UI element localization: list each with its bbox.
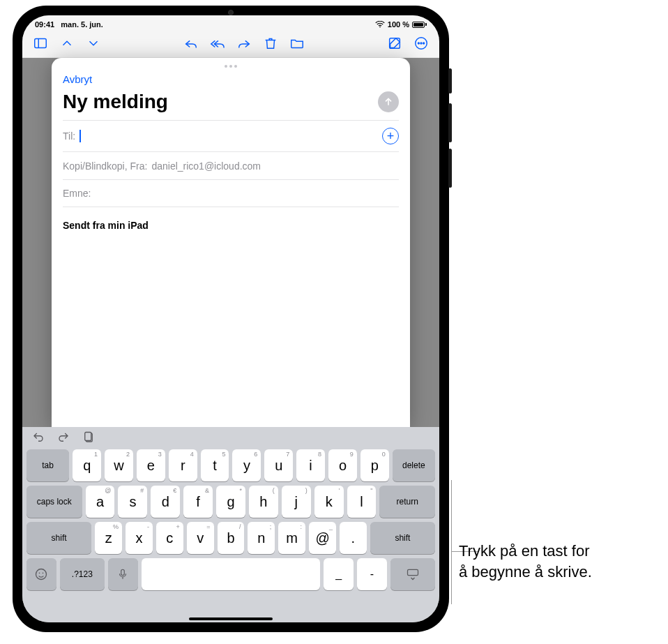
key-at[interactable]: _@ xyxy=(309,522,336,554)
forward-icon[interactable] xyxy=(236,35,252,52)
chevron-up-icon[interactable] xyxy=(59,35,75,52)
cc-bcc-from-field[interactable]: Kopi/Blindkopi, Fra: daniel_rico1@icloud… xyxy=(63,151,399,179)
key-u[interactable]: 7u xyxy=(264,449,293,481)
undo-icon[interactable] xyxy=(32,431,45,447)
compose-icon[interactable] xyxy=(386,35,403,52)
key-b[interactable]: /b xyxy=(218,522,245,554)
mail-toolbar xyxy=(22,31,439,58)
key-shift-left[interactable]: shift xyxy=(26,522,91,554)
to-label: Til: xyxy=(63,130,75,142)
onscreen-keyboard: tab 1q 2w 3e 4r 5t 6y 7u 8i 9o 0p delete xyxy=(22,427,439,622)
key-i[interactable]: 8i xyxy=(296,449,325,481)
key-w[interactable]: 2w xyxy=(105,449,133,481)
keyboard-row-1: tab 1q 2w 3e 4r 5t 6y 7u 8i 9o 0p delete xyxy=(25,449,437,481)
key-c[interactable]: +c xyxy=(156,522,183,554)
home-indicator[interactable] xyxy=(189,617,273,620)
svg-point-6 xyxy=(420,43,422,44)
front-camera xyxy=(228,10,234,15)
key-space[interactable] xyxy=(142,558,321,590)
redo-icon[interactable] xyxy=(57,431,70,447)
add-contact-button[interactable]: + xyxy=(382,128,399,144)
key-k[interactable]: 'k xyxy=(314,486,344,518)
keyboard-row-2: caps lock @a #s €d &f *g (h )j 'k "l ret… xyxy=(25,486,437,518)
wifi-icon xyxy=(375,21,385,28)
battery-percent: 100 % xyxy=(388,20,409,29)
compose-title: Ny melding xyxy=(63,91,168,113)
key-numbers[interactable]: .?123 xyxy=(60,558,105,590)
key-delete[interactable]: delete xyxy=(393,449,435,481)
sidebar-icon[interactable] xyxy=(32,35,49,52)
text-caret xyxy=(79,130,81,142)
keyboard-rows: tab 1q 2w 3e 4r 5t 6y 7u 8i 9o 0p delete xyxy=(25,449,437,618)
status-right: 100 % xyxy=(375,20,427,29)
subject-field[interactable]: Emne: xyxy=(63,179,399,207)
key-s[interactable]: #s xyxy=(118,486,147,518)
key-o[interactable]: 9o xyxy=(328,449,357,481)
callout-text: Trykk på en tast for å begynne å skrive. xyxy=(459,541,592,582)
key-x[interactable]: -x xyxy=(126,522,153,554)
status-date: man. 5. jun. xyxy=(61,20,103,29)
folder-icon[interactable] xyxy=(289,35,305,52)
svg-point-5 xyxy=(418,43,419,44)
key-return[interactable]: return xyxy=(379,486,435,518)
svg-point-0 xyxy=(379,27,381,28)
compose-sheet: Avbryt Ny melding Til: + Kopi/Blindkopi,… xyxy=(52,58,410,427)
key-t[interactable]: 5t xyxy=(201,449,229,481)
more-icon[interactable] xyxy=(413,35,430,52)
battery-icon xyxy=(412,22,427,28)
key-dash[interactable]: - xyxy=(357,558,387,590)
key-d[interactable]: €d xyxy=(151,486,180,518)
chevron-down-icon[interactable] xyxy=(85,35,102,52)
key-n[interactable]: ;n xyxy=(248,522,275,554)
keyboard-row-3: shift %z -x +c =v /b ;n :m _@ . shift xyxy=(25,522,437,554)
signature-text: Sendt fra min iPad xyxy=(63,220,149,231)
cancel-button[interactable]: Avbryt xyxy=(63,70,399,89)
send-button[interactable] xyxy=(378,91,399,112)
key-l[interactable]: "l xyxy=(347,486,377,518)
status-left: 09:41 man. 5. jun. xyxy=(35,20,103,29)
key-p[interactable]: 0p xyxy=(360,449,389,481)
key-z[interactable]: %z xyxy=(95,522,122,554)
side-button xyxy=(448,68,452,93)
volume-up-button xyxy=(448,103,452,142)
key-e[interactable]: 3e xyxy=(137,449,165,481)
to-field[interactable]: Til: + xyxy=(63,120,399,151)
dimmed-backdrop: Avbryt Ny melding Til: + Kopi/Blindkopi,… xyxy=(22,58,439,622)
key-j[interactable]: )j xyxy=(282,486,311,518)
svg-point-13 xyxy=(43,573,44,574)
key-period[interactable]: . xyxy=(340,522,367,554)
key-a[interactable]: @a xyxy=(86,486,115,518)
trash-icon[interactable] xyxy=(262,35,279,52)
key-capslock[interactable]: caps lock xyxy=(26,486,82,518)
key-dictation[interactable] xyxy=(108,558,138,590)
svg-rect-1 xyxy=(35,39,47,48)
key-hide-keyboard[interactable] xyxy=(390,558,435,590)
key-tab[interactable]: tab xyxy=(26,449,69,481)
key-y[interactable]: 6y xyxy=(232,449,261,481)
svg-rect-14 xyxy=(121,569,125,575)
sheet-grabber[interactable] xyxy=(220,65,241,68)
screen: 09:41 man. 5. jun. 100 % xyxy=(22,15,439,622)
key-v[interactable]: =v xyxy=(187,522,214,554)
key-q[interactable]: 1q xyxy=(73,449,101,481)
key-h[interactable]: (h xyxy=(249,486,278,518)
key-g[interactable]: *g xyxy=(216,486,245,518)
svg-rect-15 xyxy=(407,569,418,575)
reply-all-icon[interactable] xyxy=(209,35,226,52)
callout-leader-line xyxy=(451,480,452,604)
cc-label: Kopi/Blindkopi, Fra: xyxy=(63,160,147,172)
svg-rect-10 xyxy=(85,433,91,441)
message-body[interactable]: Sendt fra min iPad xyxy=(63,207,399,231)
svg-point-7 xyxy=(423,43,425,44)
key-f[interactable]: &f xyxy=(183,486,213,518)
key-emoji[interactable] xyxy=(26,558,56,590)
key-m[interactable]: :m xyxy=(278,522,305,554)
keyboard-row-4: .?123 _ - xyxy=(25,558,437,590)
reply-icon[interactable] xyxy=(183,35,199,52)
clipboard-icon[interactable] xyxy=(82,431,95,447)
from-address: daniel_rico1@icloud.com xyxy=(151,160,399,172)
key-underscore[interactable]: _ xyxy=(324,558,354,590)
ipad-device-frame: 09:41 man. 5. jun. 100 % xyxy=(13,6,449,632)
key-r[interactable]: 4r xyxy=(169,449,197,481)
key-shift-right[interactable]: shift xyxy=(370,522,435,554)
